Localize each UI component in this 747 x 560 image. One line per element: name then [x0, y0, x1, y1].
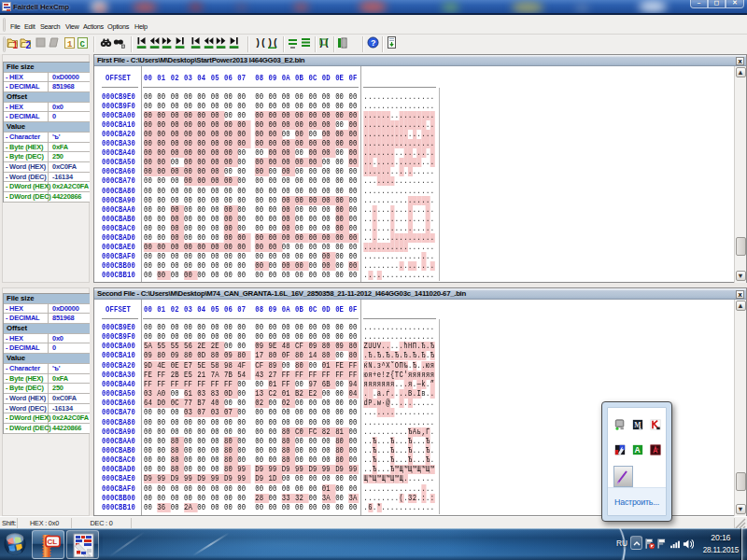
svg-text:?: ? — [371, 38, 376, 48]
svg-text:CL: CL — [48, 538, 58, 546]
svg-text:1: 1 — [67, 40, 73, 49]
svg-text:1: 1 — [13, 40, 19, 50]
svg-text:A: A — [635, 445, 641, 455]
svg-text:)(: )( — [255, 38, 266, 49]
svg-text:s: s — [656, 447, 658, 451]
svg-text:)(: )( — [267, 38, 278, 49]
svg-text:C: C — [79, 40, 85, 49]
svg-text:2: 2 — [25, 40, 31, 50]
